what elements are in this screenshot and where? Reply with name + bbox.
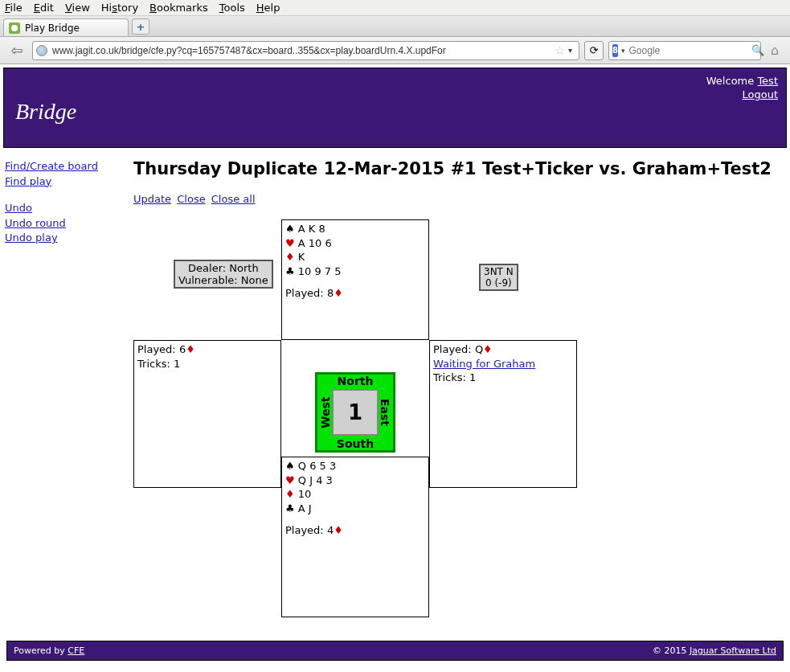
globe-icon: [36, 45, 47, 56]
new-tab-button[interactable]: +: [132, 18, 149, 35]
heart-icon: ♥: [285, 474, 295, 486]
link-undo-round[interactable]: Undo round: [5, 217, 66, 229]
page-footer: Powered by CFE © 2015 Jaguar Software Lt…: [6, 641, 784, 661]
compass-west: West: [319, 387, 330, 437]
north-played-card: 8: [327, 287, 334, 299]
copyright-text: © 2015: [653, 645, 690, 656]
tab-title: Play Bridge: [25, 23, 80, 34]
club-icon: ♣: [285, 265, 295, 277]
link-undo[interactable]: Undo: [5, 202, 32, 214]
cfe-link[interactable]: CFE: [68, 645, 84, 656]
compass-north: North: [317, 375, 393, 387]
waiting-link[interactable]: Waiting for Graham: [433, 358, 535, 370]
north-diamonds: K: [298, 251, 305, 263]
tab-favicon: [9, 23, 20, 34]
link-find-play[interactable]: Find play: [5, 175, 51, 187]
south-spades: Q 6 5 3: [298, 460, 336, 472]
brand-title: Bridge: [15, 99, 76, 125]
user-link[interactable]: Test: [757, 75, 778, 87]
menu-file[interactable]: File: [5, 2, 23, 14]
menu-help[interactable]: Help: [256, 2, 280, 14]
south-hearts: Q J 4 3: [298, 474, 333, 486]
hand-west: Played: 6♦ Tricks: 1: [133, 340, 281, 488]
spade-icon: ♠: [285, 460, 295, 472]
logout-link[interactable]: Logout: [742, 88, 778, 100]
url-input[interactable]: [51, 44, 551, 57]
tab-bar: Play Bridge +: [0, 16, 790, 37]
action-close-all[interactable]: Close all: [211, 193, 256, 205]
east-played-label: Played:: [433, 343, 475, 355]
back-button[interactable]: ⇦: [6, 41, 27, 60]
bridge-board: Dealer: North Vulnerable: None 3NT N 0 (…: [133, 219, 712, 621]
powered-text: Powered by: [14, 645, 68, 656]
dealer-vul-box: Dealer: North Vulnerable: None: [174, 260, 273, 289]
club-icon: ♣: [285, 502, 295, 514]
dealer-text: Dealer: North: [178, 262, 268, 274]
search-drop-icon[interactable]: ▾: [621, 47, 625, 55]
menu-tools[interactable]: Tools: [219, 2, 245, 14]
menu-history[interactable]: History: [101, 2, 138, 14]
west-played-card: 6: [179, 343, 186, 355]
action-update[interactable]: Update: [133, 193, 171, 205]
spade-icon: ♠: [285, 223, 295, 235]
diamond-icon: ♦: [334, 524, 343, 536]
diamond-icon: ♦: [483, 343, 493, 355]
contract-line2: 0 (-9): [484, 277, 514, 289]
south-diamonds: 10: [298, 488, 312, 500]
home-button[interactable]: ⌂: [766, 42, 784, 59]
reload-button[interactable]: ⟳: [584, 41, 604, 60]
sidebar: Find/Create board Find play Undo Undo ro…: [5, 159, 133, 621]
url-bar[interactable]: ☆ ▾: [32, 41, 579, 60]
heart-icon: ♥: [285, 237, 295, 249]
page-banner: Bridge Welcome Test Logout: [3, 68, 787, 148]
west-played-label: Played:: [137, 343, 179, 355]
compass-south: South: [317, 437, 393, 450]
east-tricks: Tricks: 1: [433, 371, 573, 385]
north-clubs: 10 9 7 5: [298, 265, 342, 277]
browser-menubar: File Edit View History Bookmarks Tools H…: [0, 0, 790, 16]
menu-bookmarks[interactable]: Bookmarks: [149, 2, 208, 14]
board-number: 1: [332, 389, 379, 436]
action-links: Update Close Close all: [133, 193, 785, 205]
google-icon: 8: [612, 44, 618, 57]
south-played-label: Played:: [285, 524, 327, 536]
menu-edit[interactable]: Edit: [34, 2, 54, 14]
main-content: Thursday Duplicate 12-Mar-2015 #1 Test+T…: [133, 159, 785, 621]
vul-text: Vulnerable: None: [178, 274, 268, 286]
south-played-card: 4: [327, 524, 334, 536]
compass: North South West East 1: [315, 372, 395, 453]
diamond-icon: ♦: [285, 251, 295, 263]
north-hearts: A 10 6: [298, 237, 332, 249]
contract-box: 3NT N 0 (-9): [479, 264, 518, 291]
link-undo-play[interactable]: Undo play: [5, 232, 58, 244]
east-played-card: Q: [475, 343, 483, 355]
account-area: Welcome Test Logout: [706, 75, 778, 102]
welcome-text: Welcome: [706, 75, 758, 87]
browser-toolbar: ⇦ ☆ ▾ ⟳ 8 ▾ 🔍 ⌂: [0, 37, 790, 64]
hand-east: Played: Q♦ Waiting for Graham Tricks: 1: [429, 340, 577, 488]
search-box[interactable]: 8 ▾ 🔍: [608, 41, 761, 60]
north-spades: A K 8: [298, 223, 325, 235]
bookmark-star-icon[interactable]: ☆: [555, 44, 565, 57]
west-tricks: Tricks: 1: [137, 357, 277, 371]
hand-south: ♠ Q 6 5 3 ♥ Q J 4 3 ♦ 10 ♣ A J Played: 4…: [281, 457, 429, 617]
browser-tab[interactable]: Play Bridge: [3, 18, 129, 36]
action-close[interactable]: Close: [177, 193, 205, 205]
company-link[interactable]: Jaguar Software Ltd: [690, 645, 776, 656]
hand-north: ♠ A K 8 ♥ A 10 6 ♦ K ♣ 10 9 7 5 Played: …: [281, 219, 429, 340]
contract-line1: 3NT N: [484, 266, 514, 277]
south-clubs: A J: [298, 502, 312, 514]
url-dropdown-icon[interactable]: ▾: [568, 46, 572, 55]
link-find-board[interactable]: Find/Create board: [5, 160, 98, 172]
diamond-icon: ♦: [186, 343, 195, 355]
diamond-icon: ♦: [334, 287, 343, 299]
north-played-label: Played:: [285, 287, 327, 299]
menu-view[interactable]: View: [65, 2, 90, 14]
page-title: Thursday Duplicate 12-Mar-2015 #1 Test+T…: [133, 159, 785, 178]
search-icon[interactable]: 🔍: [751, 44, 764, 56]
compass-east: East: [380, 387, 391, 437]
search-input[interactable]: [628, 44, 751, 57]
diamond-icon: ♦: [285, 488, 295, 500]
